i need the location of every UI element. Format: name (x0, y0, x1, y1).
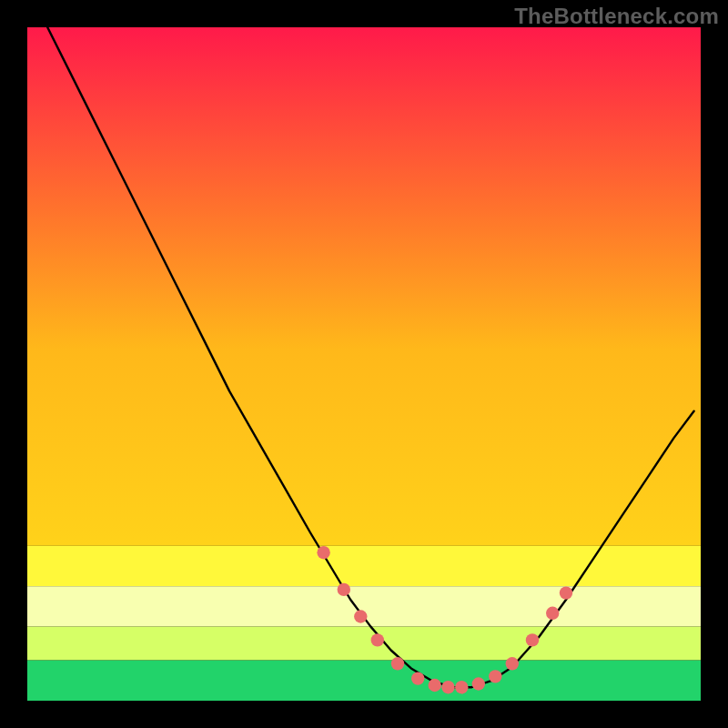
chart-svg (27, 27, 701, 701)
curve-marker (489, 670, 501, 682)
heat-band-yellowgreen (27, 627, 701, 661)
curve-marker (455, 681, 468, 693)
curve-marker (546, 607, 559, 620)
curve-marker (317, 546, 329, 559)
curve-marker (371, 633, 384, 646)
chart-frame: TheBottleneck.com (0, 0, 728, 728)
watermark-text: TheBottleneck.com (514, 4, 719, 29)
curve-marker (472, 677, 485, 690)
heat-band-green (27, 661, 701, 701)
heat-band-top (27, 27, 701, 546)
curve-marker (338, 583, 350, 596)
curve-marker (354, 610, 367, 622)
heat-band-yellow (27, 546, 701, 586)
curve-marker (429, 679, 441, 692)
curve-marker (411, 672, 424, 684)
curve-marker (391, 657, 404, 670)
curve-marker (506, 657, 519, 670)
curve-marker (560, 586, 572, 599)
curve-marker (441, 681, 454, 693)
plot-area (27, 27, 701, 701)
curve-marker (526, 633, 539, 646)
